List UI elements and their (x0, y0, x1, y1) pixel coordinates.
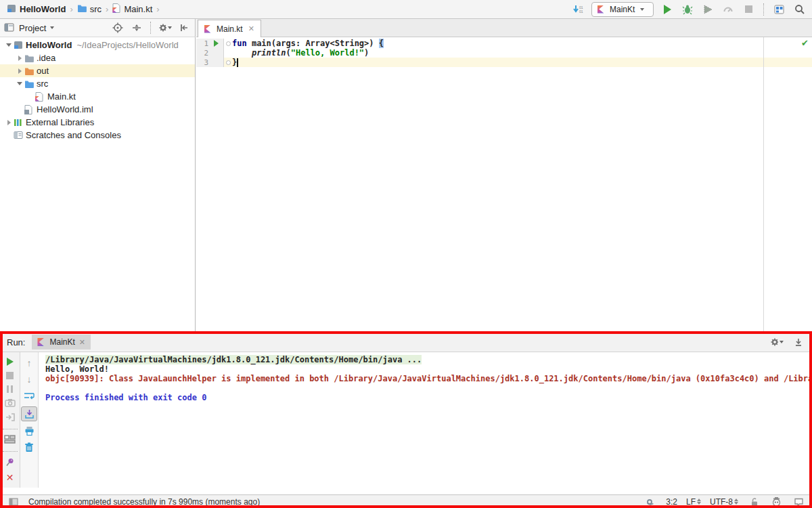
line-separator-selector[interactable]: LF (686, 497, 701, 507)
profiler-button[interactable] (721, 3, 735, 16)
folder-src-icon (77, 4, 87, 14)
chevron-right-icon[interactable] (15, 68, 24, 74)
gutter[interactable]: 2 (196, 48, 224, 58)
run-with-coverage-button[interactable] (701, 3, 715, 16)
up-stack-trace-icon[interactable]: ↑ (22, 358, 37, 368)
project-tree: HelloWorld~/IdeaProjects/HelloWorld.idea… (0, 37, 196, 332)
run-controls-toolbar: ✕ (0, 352, 20, 488)
chevron-down-icon (780, 341, 784, 343)
pin-tab-icon[interactable] (3, 457, 18, 467)
folder-src-icon (24, 80, 37, 88)
scroll-to-end-icon[interactable] (21, 406, 37, 421)
thread-dump-icon[interactable] (3, 398, 18, 407)
fold-marker[interactable] (224, 39, 232, 48)
tree-item-scratches-and-consoles[interactable]: Scratches and Consoles (0, 129, 195, 142)
update-project-icon[interactable]: 0101 (571, 3, 585, 16)
run-panel-label: Run: (7, 337, 25, 347)
status-bar: Compilation completed successfully in 7s… (0, 494, 812, 508)
encoding-selector[interactable]: UTF-8 (710, 497, 738, 507)
collapse-all-icon[interactable] (130, 21, 143, 35)
pause-output-button[interactable] (3, 385, 18, 393)
close-icon[interactable]: ✕ (79, 338, 85, 347)
gear-icon[interactable] (158, 21, 172, 35)
fold-marker[interactable] (224, 58, 232, 67)
run-tab-mainkt[interactable]: MainKt ✕ (32, 335, 91, 350)
stop-button[interactable] (3, 371, 18, 379)
caret-position[interactable]: 3:2 (666, 497, 677, 507)
kotlin-file-icon (35, 92, 47, 102)
stop-button[interactable] (742, 3, 755, 16)
chevron-down-icon[interactable] (4, 43, 14, 47)
run-config-label: MainKt (610, 5, 635, 14)
toolwindow-switcher-icon[interactable] (7, 495, 20, 508)
debug-button[interactable] (681, 3, 694, 16)
close-icon[interactable]: ✕ (248, 24, 254, 33)
gear-icon[interactable] (770, 335, 784, 349)
tree-item-helloworld-iml[interactable]: HelloWorld.iml (0, 103, 195, 116)
run-config-select[interactable]: MainKt (591, 2, 654, 17)
project-tool-icon (4, 23, 15, 33)
run-button[interactable] (660, 3, 674, 16)
run-line-icon[interactable] (214, 40, 219, 47)
chevron-down-icon (50, 26, 54, 29)
update-indicator-icon[interactable] (644, 495, 657, 508)
rerun-button[interactable] (3, 358, 18, 366)
tree-item-helloworld[interactable]: HelloWorld~/IdeaProjects/HelloWorld (0, 39, 195, 51)
hector-inspections-icon[interactable] (769, 495, 783, 508)
code-line-2[interactable]: 2 println("Hello, World!") (196, 48, 812, 58)
folder-idea-icon (24, 54, 37, 62)
chevron-right-icon[interactable] (15, 56, 24, 61)
breadcrumb-separator: › (70, 4, 72, 14)
breadcrumb-separator: › (106, 4, 108, 14)
project-structure-icon[interactable] (773, 3, 786, 16)
chevron-updown-icon (697, 499, 701, 505)
panel-headers-row: Project M (0, 19, 812, 37)
chevron-down-icon (168, 26, 172, 29)
hide-panel-icon[interactable] (177, 21, 191, 35)
clear-all-icon[interactable] (22, 442, 37, 452)
tab-main-kt[interactable]: Main.kt ✕ (198, 20, 261, 37)
close-window-icon[interactable]: ✕ (3, 473, 18, 482)
tree-item-src[interactable]: src (0, 77, 195, 90)
tree-item--idea[interactable]: .idea (0, 51, 195, 64)
exit-process-icon[interactable] (3, 412, 18, 422)
run-panel-header: Run: MainKt ✕ (0, 332, 812, 352)
gutter[interactable]: 3 (196, 58, 224, 67)
code-line-3[interactable]: 3} (196, 58, 812, 67)
main-toolbar: HelloWorld›src›Main.kt› 0101 MainKt (0, 0, 812, 19)
chevron-down-icon[interactable] (15, 82, 24, 85)
inspections-ok-icon[interactable]: ✔ (801, 38, 809, 48)
run-tool-window: Run: MainKt ✕ (0, 332, 812, 494)
breadcrumb-item[interactable]: Main.kt (111, 3, 154, 15)
search-everywhere-icon[interactable] (793, 3, 807, 16)
fold-marker (224, 48, 232, 58)
hide-window-icon[interactable] (792, 335, 805, 349)
restore-layout-icon[interactable] (3, 435, 18, 444)
code-editor[interactable]: ✔ 1fun main(args: Array<String>) {2 prin… (196, 37, 812, 332)
kotlin-file-icon (204, 25, 212, 33)
console-line: Process finished with exit code 0 (45, 393, 812, 402)
chevron-right-icon[interactable] (4, 120, 14, 125)
toolbar-separator (763, 3, 765, 16)
tree-item-main-kt[interactable]: Main.kt (0, 90, 195, 103)
down-stack-trace-icon[interactable]: ↓ (22, 374, 37, 385)
breadcrumb-item[interactable]: HelloWorld (5, 4, 67, 15)
editor-tab-label: Main.kt (217, 24, 243, 34)
folder-excluded-icon (24, 67, 37, 75)
event-log-icon[interactable] (792, 495, 805, 508)
right-margin-guide (763, 37, 764, 332)
gutter[interactable]: 1 (196, 39, 224, 48)
project-panel-header[interactable]: Project (0, 19, 196, 37)
chevron-updown-icon (734, 499, 738, 505)
lock-icon[interactable] (747, 495, 761, 508)
svg-text:01: 01 (579, 9, 583, 14)
soft-wrap-icon[interactable] (22, 390, 37, 401)
status-message[interactable]: Compilation completed successfully in 7s… (28, 497, 260, 507)
console-output[interactable]: /Library/Java/JavaVirtualMachines/jdk1.8… (39, 352, 812, 488)
tree-item-out[interactable]: out (0, 64, 195, 77)
tree-item-external-libraries[interactable]: External Libraries (0, 116, 195, 129)
locate-file-icon[interactable] (111, 21, 125, 35)
code-line-1[interactable]: 1fun main(args: Array<String>) { (196, 39, 812, 48)
breadcrumb-item[interactable]: src (76, 4, 103, 14)
print-icon[interactable] (22, 425, 37, 436)
